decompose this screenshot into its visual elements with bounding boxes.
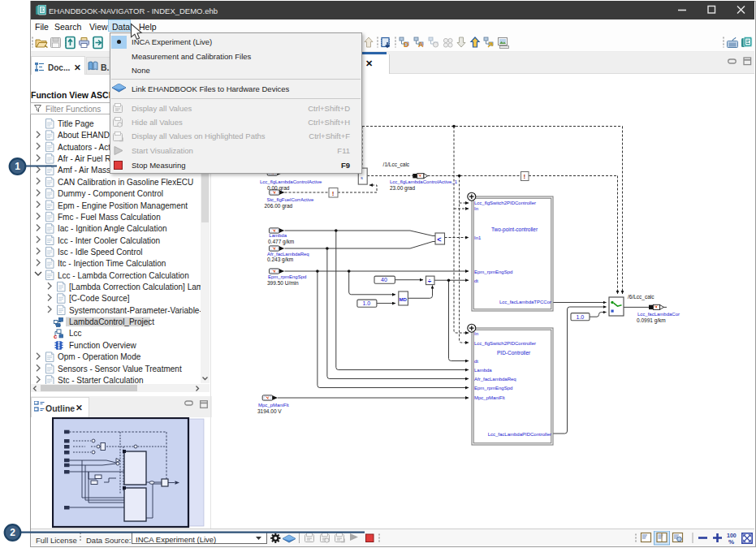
svg-text:Mpc_pManiFlt: Mpc_pManiFlt <box>258 403 289 408</box>
svg-text:399.50 U/min: 399.50 U/min <box>267 280 299 286</box>
svg-text:Lcc_flgLambdaControlActive_1: Lcc_flgLambdaControlActive_1 <box>390 179 458 184</box>
svg-text:[C-Code Source]: [C-Code Source] <box>69 294 130 303</box>
svg-text:Lambda: Lambda <box>269 233 287 238</box>
svg-text:CAN Calibration in Gasoline Fl: CAN Calibration in Gasoline FlexECU <box>58 178 193 187</box>
svg-text:2: 2 <box>10 527 15 538</box>
svg-text:In: In <box>474 331 478 336</box>
svg-text:Isc - Idle Speed Control: Isc - Idle Speed Control <box>58 248 143 257</box>
svg-text:/1/Lcc_calc: /1/Lcc_calc <box>383 162 410 168</box>
svg-text:Stc_flgFuelCorrActive: Stc_flgFuelCorrActive <box>266 197 314 202</box>
svg-text:In: In <box>474 206 478 211</box>
svg-text:LambdaControl_Project: LambdaControl_Project <box>69 317 154 326</box>
svg-text:Sensors - Sensor Value Treatme: Sensors - Sensor Value Treatment <box>58 365 182 373</box>
svg-text:Lcc_flgSwitch2PIDController: Lcc_flgSwitch2PIDController <box>474 201 536 205</box>
svg-text:0.477 g/km: 0.477 g/km <box>268 239 294 245</box>
svg-text:Afr_facLambdaReq: Afr_facLambdaReq <box>474 377 516 382</box>
svg-text:Itc - Injection Time Calculati: Itc - Injection Time Calculation <box>58 259 166 268</box>
svg-text:[Lambda Correction Calculation: [Lambda Correction Calculation] Lamb <box>69 283 201 291</box>
svg-text:Opm - Operation Mode: Opm - Operation Mode <box>58 352 141 361</box>
svg-text:Icc - Inter Cooler Calculation: Icc - Inter Cooler Calculation <box>58 236 160 245</box>
svg-text:A: A <box>418 41 424 49</box>
svg-text:MD: MD <box>400 297 408 302</box>
svg-text:Afr_facLambdaReq: Afr_facLambdaReq <box>267 252 309 257</box>
svg-text:Stc - Starter Calculation: Stc - Starter Calculation <box>58 376 144 384</box>
svg-text:Epm - Engine Position Manageme: Epm - Engine Position Management <box>58 201 188 210</box>
svg-text:Title Page: Title Page <box>58 119 94 128</box>
svg-text:PID-Controller: PID-Controller <box>497 350 531 356</box>
svg-text:Epm_rpmEngSpd: Epm_rpmEngSpd <box>474 270 512 274</box>
svg-text:!: ! <box>524 173 526 180</box>
svg-text:1.0: 1.0 <box>577 314 585 320</box>
svg-text:/6/Lcc_calc: /6/Lcc_calc <box>628 294 654 300</box>
svg-text:dt: dt <box>474 359 478 364</box>
svg-text:40: 40 <box>381 277 387 283</box>
svg-text:!: ! <box>332 190 335 197</box>
svg-text:dt: dt <box>474 278 478 283</box>
svg-text:÷: ÷ <box>428 278 432 285</box>
svg-text:Epm_rpmEngSpd: Epm_rpmEngSpd <box>268 274 306 279</box>
svg-text:D: D <box>404 41 409 49</box>
svg-text:Lcc_flgSwitch2PIDController: Lcc_flgSwitch2PIDController <box>474 341 536 346</box>
svg-text:Dummy - Component Control: Dummy - Component Control <box>58 189 163 198</box>
svg-text:0.00 grad: 0.00 grad <box>267 185 290 192</box>
svg-text:Lcc_flgLambdaControlActive: Lcc_flgLambdaControlActive <box>260 179 322 184</box>
svg-text:1: 1 <box>15 161 20 172</box>
svg-text:23.00 grad: 23.00 grad <box>390 185 415 192</box>
svg-text:Iac - Ignition Angle Calculati: Iac - Ignition Angle Calculation <box>58 224 167 233</box>
svg-text:3194.00 V: 3194.00 V <box>257 408 282 414</box>
svg-text:0.0991 g/km: 0.0991 g/km <box>637 317 666 324</box>
svg-text:206.00 grad: 206.00 grad <box>265 203 293 209</box>
svg-text:In1: In1 <box>474 235 482 240</box>
svg-text:Fmc - Fuel Mass Calculation: Fmc - Fuel Mass Calculation <box>58 213 161 222</box>
svg-text:Two-point-controller: Two-point-controller <box>491 227 538 233</box>
svg-text:Lcc - Lambda Correction Calcul: Lcc - Lambda Correction Calculation <box>58 271 189 280</box>
svg-text:Epm_rpmEngSpd: Epm_rpmEngSpd <box>474 386 512 391</box>
svg-text:Lcc_facLambdaTPCCor: Lcc_facLambdaTPCCor <box>499 300 551 304</box>
svg-text:s: s <box>361 175 363 180</box>
svg-text:Lambda: Lambda <box>474 368 492 373</box>
svg-text:0.243 g/km: 0.243 g/km <box>267 257 293 263</box>
svg-text:Lcc_facLambdaPIDController: Lcc_facLambdaPIDController <box>488 432 551 437</box>
svg-text:1.0: 1.0 <box>363 300 371 306</box>
svg-text:Lcc_facLambdaCor: Lcc_facLambdaCor <box>637 312 680 317</box>
svg-text:Function Overview: Function Overview <box>69 341 137 350</box>
svg-text:Lcc: Lcc <box>69 329 82 338</box>
svg-text:100: 100 <box>727 533 737 538</box>
svg-text:%: % <box>728 538 734 546</box>
svg-text:<: < <box>437 235 441 244</box>
svg-text:Systemconstant-Parameter-Varia: Systemconstant-Parameter-Variable-Cl <box>69 306 201 315</box>
svg-text:Mpc_pManiFlt: Mpc_pManiFlt <box>474 395 505 400</box>
